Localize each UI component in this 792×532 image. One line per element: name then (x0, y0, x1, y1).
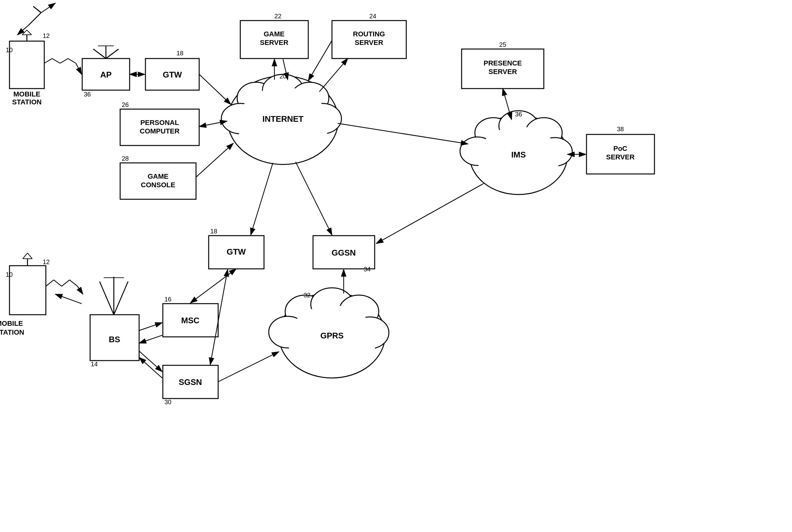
svg-line-3 (28, 13, 41, 25)
svg-text:PERSONAL: PERSONAL (140, 119, 179, 127)
svg-line-101 (54, 280, 62, 286)
svg-text:36: 36 (515, 111, 522, 118)
svg-text:25: 25 (499, 41, 506, 48)
svg-line-91 (296, 162, 332, 235)
svg-line-28 (76, 63, 81, 74)
svg-text:CONSOLE: CONSOLE (141, 181, 175, 189)
svg-text:GAME: GAME (148, 172, 169, 180)
svg-line-5 (41, 3, 55, 13)
svg-line-78 (338, 124, 468, 144)
svg-text:34: 34 (364, 266, 370, 273)
svg-line-18 (106, 49, 119, 58)
svg-line-119 (139, 335, 162, 343)
svg-text:STATION: STATION (0, 328, 24, 336)
svg-line-102 (62, 280, 70, 286)
svg-line-109 (100, 282, 114, 315)
svg-text:STATION: STATION (12, 98, 41, 106)
svg-line-26 (60, 58, 68, 63)
svg-line-118 (139, 323, 162, 330)
svg-line-97 (27, 253, 32, 259)
svg-text:18: 18 (210, 228, 217, 235)
svg-line-105 (55, 294, 81, 304)
svg-text:GGSN: GGSN (332, 248, 356, 258)
svg-line-104 (77, 286, 83, 294)
svg-text:10: 10 (6, 271, 13, 278)
svg-text:SERVER: SERVER (606, 153, 635, 161)
svg-line-103 (70, 280, 77, 286)
diagram-svg: 12 10 MOBILE STATION AP 36 GTW 18 (0, 0, 792, 532)
svg-text:30: 30 (165, 399, 171, 405)
svg-text:24: 24 (369, 13, 376, 20)
svg-line-138 (308, 40, 332, 81)
svg-line-96 (23, 253, 27, 259)
svg-text:COMPUTER: COMPUTER (140, 127, 179, 135)
svg-text:SERVER: SERVER (260, 39, 288, 46)
svg-text:10: 10 (6, 46, 13, 54)
svg-rect-93 (9, 266, 46, 315)
svg-text:14: 14 (91, 361, 98, 367)
svg-text:26: 26 (122, 101, 129, 108)
svg-line-100 (46, 280, 54, 286)
svg-line-4 (33, 6, 41, 13)
svg-text:32: 32 (304, 292, 310, 299)
svg-text:36: 36 (84, 91, 91, 98)
svg-line-10 (22, 30, 27, 35)
svg-line-110 (114, 282, 128, 315)
svg-line-133 (139, 351, 162, 372)
svg-text:38: 38 (617, 126, 624, 133)
svg-text:MOBILE: MOBILE (13, 90, 40, 98)
svg-line-11 (27, 30, 32, 35)
svg-line-17 (93, 49, 106, 58)
svg-line-135 (218, 352, 279, 382)
svg-text:20: 20 (279, 73, 287, 80)
svg-line-63 (319, 58, 348, 92)
svg-text:INTERNET: INTERNET (263, 114, 304, 124)
svg-rect-7 (9, 41, 44, 89)
svg-text:GTW: GTW (227, 247, 246, 256)
svg-text:28: 28 (122, 155, 129, 162)
svg-text:ROUTING: ROUTING (353, 30, 385, 38)
svg-text:MSC: MSC (181, 316, 199, 325)
diagram: 12 10 MOBILE STATION AP 36 GTW 18 (0, 0, 792, 532)
svg-text:18: 18 (176, 50, 183, 57)
svg-text:AP: AP (100, 70, 112, 79)
svg-line-27 (68, 58, 76, 63)
svg-text:SERVER: SERVER (488, 68, 517, 76)
svg-text:IMS: IMS (511, 150, 526, 159)
svg-text:SERVER: SERVER (355, 39, 383, 46)
svg-text:12: 12 (43, 259, 50, 265)
svg-text:PRESENCE: PRESENCE (483, 59, 522, 67)
svg-line-25 (52, 58, 60, 63)
svg-text:22: 22 (274, 13, 282, 20)
svg-text:16: 16 (165, 296, 171, 303)
svg-text:BS: BS (109, 335, 120, 344)
svg-text:SGSN: SGSN (179, 377, 202, 387)
svg-text:GTW: GTW (163, 70, 182, 79)
svg-line-120 (190, 269, 236, 303)
svg-line-92 (376, 184, 484, 244)
svg-line-60 (196, 143, 233, 177)
svg-line-134 (139, 357, 162, 378)
svg-text:12: 12 (43, 32, 50, 39)
svg-line-50 (199, 74, 231, 104)
svg-text:GPRS: GPRS (320, 331, 344, 340)
svg-text:MOBILE: MOBILE (0, 320, 23, 327)
svg-line-87 (251, 163, 273, 235)
svg-text:PoC: PoC (613, 145, 627, 152)
svg-line-24 (44, 58, 52, 63)
svg-text:GAME: GAME (264, 30, 285, 38)
